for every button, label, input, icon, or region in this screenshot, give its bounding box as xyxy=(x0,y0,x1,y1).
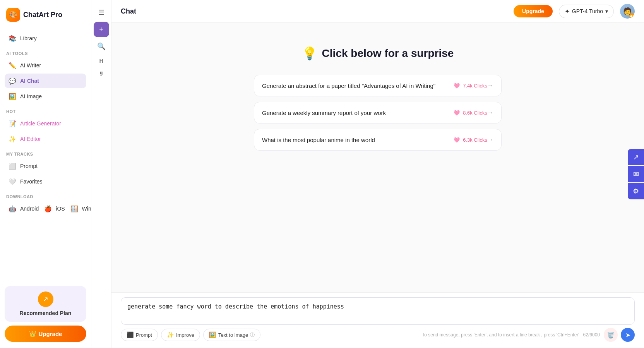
icon-sidebar: ☰ + 🔍 H g xyxy=(91,0,111,348)
sidebar-item-ai-writer[interactable]: ✏️ AI Writer xyxy=(5,58,86,73)
menu-button[interactable]: ☰ xyxy=(94,5,109,20)
search-button[interactable]: 🔍 xyxy=(94,39,109,54)
upgrade-sidebar-label: Upgrade xyxy=(39,331,62,337)
heart-icon: 🩷 xyxy=(454,83,460,89)
ai-chat-icon: 💬 xyxy=(9,77,16,85)
arrow-icon: → xyxy=(487,109,493,116)
mail-icon: ✉ xyxy=(633,170,639,178)
g-label: g xyxy=(94,67,109,77)
avatar[interactable]: 🧑 41 xyxy=(620,4,635,19)
prompt-card-clicks: 🩷 8.6k Clicks xyxy=(454,110,487,116)
crown-icon: 👑 xyxy=(29,330,36,337)
page-title: Chat xyxy=(121,7,136,15)
model-icon: ✦ xyxy=(565,8,570,15)
sidebar-item-favorites[interactable]: 🤍 Favorites xyxy=(5,174,86,189)
share-icon: ↗ xyxy=(633,153,639,161)
ai-editor-icon: ✨ xyxy=(9,135,16,143)
clicks-count: 7.4k Clicks xyxy=(463,83,487,89)
prompt-card[interactable]: What is the most popular anime in the wo… xyxy=(254,129,502,151)
prompt-card[interactable]: Generate an abstract for a paper titled … xyxy=(254,75,502,96)
library-label: Library xyxy=(20,35,37,41)
arrow-icon: → xyxy=(487,82,493,89)
ios-label: iOS xyxy=(56,206,65,212)
sidebar-item-ai-image[interactable]: 🖼️ AI Image xyxy=(5,89,86,104)
model-name: GPT-4 Turbo xyxy=(572,8,603,14)
prompt-card-clicks: 🩷 7.4k Clicks xyxy=(454,83,487,89)
app-logo-icon: 🎨 xyxy=(6,8,20,22)
heart-icon: 🩷 xyxy=(454,110,460,116)
clear-button[interactable]: 🗑️ xyxy=(604,328,618,342)
clicks-count: 6.3k Clicks xyxy=(463,137,487,143)
ai-chat-label: AI Chat xyxy=(20,78,39,84)
prompt-card-clicks: 🩷 6.3k Clicks xyxy=(454,137,487,143)
share-float-button[interactable]: ↗ xyxy=(628,149,644,165)
sidebar-item-prompt[interactable]: ⬜ Prompt xyxy=(5,159,86,173)
prompt-card-text: What is the most popular anime in the wo… xyxy=(262,137,454,143)
menu-icon: ☰ xyxy=(98,8,104,17)
sidebar-item-library[interactable]: 📚 Library xyxy=(5,31,86,46)
prompt-cards-list: Generate an abstract for a paper titled … xyxy=(254,75,502,151)
trash-icon: 🗑️ xyxy=(607,331,615,339)
android-icon: 🤖 xyxy=(9,205,16,213)
plus-icon: + xyxy=(99,26,103,34)
my-tracks-section-label: My Tracks xyxy=(6,152,85,156)
new-chat-button[interactable]: + xyxy=(94,22,109,37)
clicks-count: 8.6k Clicks xyxy=(463,110,487,116)
ai-writer-label: AI Writer xyxy=(20,62,41,69)
avatar-badge: 41 xyxy=(629,13,635,19)
improve-toolbar-button[interactable]: ✨ Improve xyxy=(161,329,200,341)
search-icon: 🔍 xyxy=(97,42,106,51)
input-toolbar: ⬛ Prompt ✨ Improve 🖼️ Text to image ⓘ xyxy=(121,329,260,341)
upgrade-button-top[interactable]: Upgrade xyxy=(514,5,553,17)
heart-icon: 🩷 xyxy=(454,137,460,143)
arrow-icon: → xyxy=(487,136,493,143)
article-generator-label: Article Generator xyxy=(20,120,61,127)
hot-section-label: Hot xyxy=(6,109,85,114)
upgrade-button-sidebar[interactable]: 👑 Upgrade xyxy=(5,326,86,342)
chevron-down-icon: ▾ xyxy=(605,8,608,14)
send-button[interactable]: ➤ xyxy=(621,328,635,342)
improve-btn-label: Improve xyxy=(176,332,194,338)
prompt-btn-icon: ⬛ xyxy=(127,331,134,338)
win-icon: 🪟 xyxy=(70,205,78,213)
prompt-label: Prompt xyxy=(20,163,38,169)
topbar: Chat Upgrade ✦ GPT-4 Turbo ▾ 🧑 41 xyxy=(111,0,644,23)
text-to-image-label: Text to image xyxy=(218,332,248,338)
prompt-btn-label: Prompt xyxy=(136,332,152,338)
app-name: ChatArt Pro xyxy=(23,11,62,19)
discord-float-button[interactable]: ⚙ xyxy=(628,183,644,199)
info-icon: ⓘ xyxy=(250,332,255,338)
win-label: Win xyxy=(82,206,91,212)
main-area: Chat Upgrade ✦ GPT-4 Turbo ▾ 🧑 41 💡 Clic… xyxy=(111,0,644,348)
text-to-image-toolbar-button[interactable]: 🖼️ Text to image ⓘ xyxy=(203,329,260,341)
ai-writer-icon: ✏️ xyxy=(9,62,16,69)
right-float-buttons: ↗ ✉ ⚙ xyxy=(628,149,644,199)
favorites-icon: 🤍 xyxy=(9,178,16,185)
mail-float-button[interactable]: ✉ xyxy=(628,166,644,182)
char-count: 62/6000 xyxy=(583,332,600,338)
send-buttons: 🗑️ ➤ xyxy=(604,328,635,342)
sidebar-item-ai-chat[interactable]: 💬 AI Chat xyxy=(5,74,86,88)
surprise-heading-area: 💡 Click below for a surprise xyxy=(302,46,454,61)
input-area: generate some fancy word to describe the… xyxy=(111,292,644,348)
h-label: H xyxy=(94,56,109,66)
android-label: Android xyxy=(20,206,39,212)
improve-btn-icon: ✨ xyxy=(167,331,174,338)
sidebar-item-download[interactable]: 🤖 Android 🍎 iOS 🪟 Win xyxy=(5,201,86,216)
sidebar-item-article-generator[interactable]: 📝 Article Generator xyxy=(5,116,86,131)
prompt-card[interactable]: Generate a weekly summary report of your… xyxy=(254,102,502,123)
input-hint: To send message, press 'Enter', and to i… xyxy=(422,332,579,338)
input-footer: ⬛ Prompt ✨ Improve 🖼️ Text to image ⓘ To… xyxy=(121,328,635,342)
sidebar: 🎨 ChatArt Pro 📚 Library AI Tools ✏️ AI W… xyxy=(0,0,91,348)
plan-icon: ↗ xyxy=(38,291,53,307)
prompt-toolbar-button[interactable]: ⬛ Prompt xyxy=(121,329,158,341)
article-generator-icon: 📝 xyxy=(9,120,16,127)
logo-area: 🎨 ChatArt Pro xyxy=(5,6,86,23)
sidebar-item-ai-editor[interactable]: ✨ AI Editor xyxy=(5,132,86,146)
send-icon: ➤ xyxy=(625,331,630,339)
prompt-card-text: Generate a weekly summary report of your… xyxy=(262,110,454,116)
chat-content: 💡 Click below for a surprise Generate an… xyxy=(111,23,644,292)
chat-input[interactable]: generate some fancy word to describe the… xyxy=(121,297,635,325)
model-select-button[interactable]: ✦ GPT-4 Turbo ▾ xyxy=(559,5,614,18)
bulb-icon: 💡 xyxy=(302,46,317,61)
